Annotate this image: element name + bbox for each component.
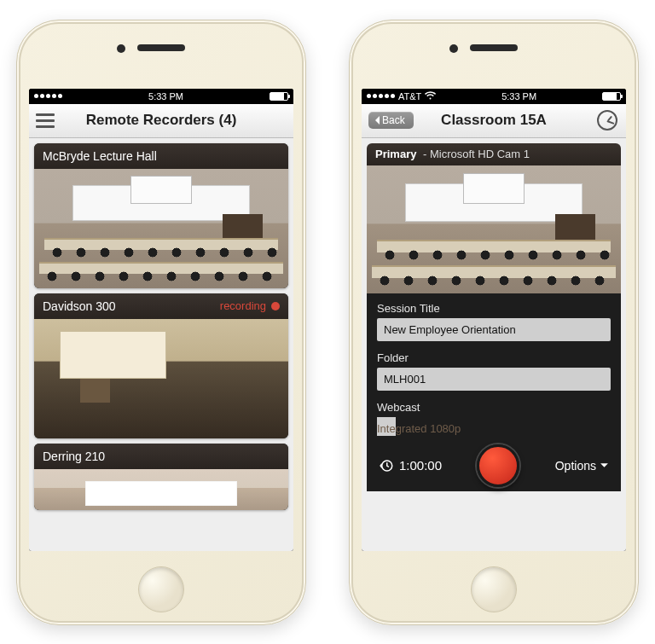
- page-title: Remote Recorders (4): [86, 112, 237, 129]
- camera-role: Primary: [375, 148, 416, 160]
- session-title-label: Session Title: [377, 302, 611, 315]
- chevron-down-icon: [600, 461, 609, 470]
- status-bar: AT&T 5:33 PM: [362, 89, 626, 104]
- home-button[interactable]: [138, 566, 184, 612]
- record-dot-icon: [271, 302, 280, 310]
- recorder-card[interactable]: Derring 210: [34, 444, 288, 510]
- detail-area: Primary - Microsoft HD Cam 1 Session Tit…: [362, 138, 626, 551]
- back-button[interactable]: Back: [368, 112, 414, 129]
- recorder-name: Davidson 300: [43, 299, 116, 313]
- recorder-card[interactable]: McBryde Lecture Hall: [34, 143, 288, 288]
- webcast-label: Webcast: [377, 401, 611, 414]
- recorder-name: McBryde Lecture Hall: [43, 149, 157, 163]
- phone-right: AT&T 5:33 PM Back Classroom 15A: [349, 20, 639, 625]
- history-icon: [379, 458, 394, 473]
- status-time: 5:33 PM: [501, 91, 536, 102]
- signal-dots-icon: [34, 94, 62, 98]
- carrier-label: AT&T: [398, 91, 421, 102]
- status-time: 5:33 PM: [148, 91, 183, 102]
- recorder-thumbnail: [34, 169, 288, 288]
- page-title: Classroom 15A: [441, 112, 547, 129]
- recorder-list[interactable]: McBryde Lecture Hall: [29, 138, 293, 551]
- folder-label: Folder: [377, 351, 611, 364]
- record-button[interactable]: [477, 444, 519, 487]
- camera-header: Primary - Microsoft HD Cam 1: [367, 143, 621, 165]
- menu-icon[interactable]: [36, 113, 55, 128]
- camera-preview: [367, 165, 621, 293]
- recorder-thumbnail: [34, 319, 288, 438]
- session-form: Session Title Folder Webcast Integrated …: [367, 293, 621, 491]
- options-button[interactable]: Options: [555, 459, 609, 473]
- signal-dots-icon: [367, 94, 395, 98]
- session-title-input[interactable]: [377, 318, 611, 341]
- camera-name: Microsoft HD Cam 1: [430, 148, 530, 160]
- home-button[interactable]: [471, 566, 517, 612]
- phone-left: 5:33 PM Remote Recorders (4) McBryde Lec…: [16, 20, 306, 625]
- record-bar: 1:00:00 Options: [367, 440, 621, 491]
- screen-left: 5:33 PM Remote Recorders (4) McBryde Lec…: [29, 89, 293, 551]
- nav-bar: Back Classroom 15A: [362, 104, 626, 138]
- battery-icon: [602, 92, 621, 101]
- battery-icon: [270, 92, 288, 101]
- integrated-label: Integrated 1080p: [377, 422, 461, 435]
- schedule-icon[interactable]: [597, 110, 617, 131]
- recorder-card[interactable]: Davidson 300 recording: [34, 293, 288, 438]
- duration-button[interactable]: 1:00:00: [379, 458, 442, 473]
- folder-input[interactable]: [377, 368, 611, 391]
- recorder-name: Derring 210: [43, 450, 105, 463]
- screen-right: AT&T 5:33 PM Back Classroom 15A: [362, 89, 626, 551]
- nav-bar: Remote Recorders (4): [29, 104, 293, 138]
- recording-badge: recording: [220, 299, 280, 312]
- wifi-icon: [425, 91, 436, 102]
- status-bar: 5:33 PM: [29, 89, 293, 104]
- recorder-thumbnail: [34, 469, 288, 510]
